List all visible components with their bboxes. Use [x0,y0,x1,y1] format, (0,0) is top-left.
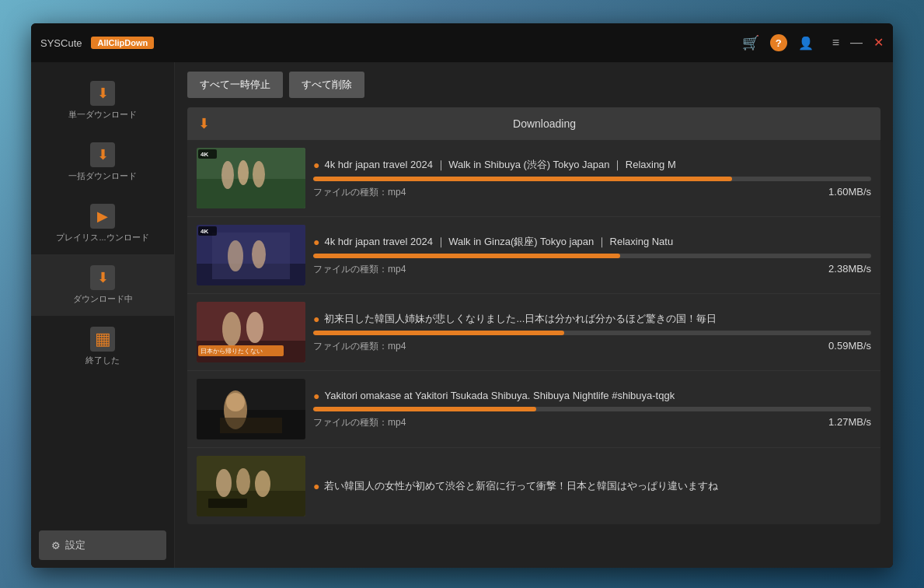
svg-rect-1 [197,179,305,208]
titlebar-left: SYSCute AllClipDown [40,37,154,49]
settings-button[interactable]: ⚙ 設定 [39,530,166,560]
sidebar-label-single: 単一ダウンロード [68,109,137,121]
svg-rect-23 [220,418,282,433]
titlebar-controls: ≡ — ✕ [832,37,884,49]
download-title-5: ● 若い韓国人の女性が初めて渋谷と新宿に行って衝撃！日本と韓国はやっぱり違います… [313,479,871,493]
progress-bar-1 [313,177,732,181]
download-item: 4K ● 4k hdr japan travel 2024 ｜ Walk in … [187,217,880,294]
download-info-5: ● 若い韓国人の女性が初めて渋谷と新宿に行って衝撃！日本と韓国はやっぱり違います… [313,479,871,493]
download-info-3: ● 初来日した韓国人姉妹が悲しくなりました...日本は分かれば分かるほど驚きの国… [313,312,871,353]
download-info-2: ● 4k hdr japan travel 2024 ｜ Walk in Gin… [313,235,871,276]
sidebar-item-downloading[interactable]: ⬇ ダウンロード中 [31,254,174,316]
main-window: SYSCute AllClipDown 🛒 ? 👤 ≡ — ✕ ⬇ 単一ダウンロ… [31,23,893,568]
thumbnail-1: 4K [197,148,305,208]
sidebar: ⬇ 単一ダウンロード ⬇ 一括ダウンロード ▶ プレイリス...ウンロード ⬇ … [31,62,175,568]
progress-bar-container-4 [313,407,871,411]
user-icon[interactable]: 👤 [798,36,814,51]
file-info-1: ファイルの種類：mp4 1.60MB/s [313,186,871,199]
pause-all-button[interactable]: すべて一時停止 [187,72,283,98]
titlebar-icons: 🛒 ? 👤 ≡ — ✕ [742,34,884,51]
sidebar-label-bulk: 一括ダウンロード [68,170,137,182]
sidebar-item-single-download[interactable]: ⬇ 単一ダウンロード [31,70,174,131]
thumbnail-4 [197,379,305,439]
download-list: 4K ● 4k hdr japan travel 2024 ｜ Walk in … [187,140,880,524]
speed-3: 0.59MB/s [828,340,871,353]
svg-point-29 [255,471,270,497]
downloading-icon: ⬇ [90,265,115,290]
menu-button[interactable]: ≡ [832,37,839,49]
svg-point-16 [222,312,241,346]
progress-bar-container-1 [313,177,871,181]
download-title-4: ● Yakitori omakase at Yakitori Tsukada S… [313,390,871,402]
file-info-2: ファイルの種類：mp4 2.38MB/s [313,263,871,276]
titlebar: SYSCute AllClipDown 🛒 ? 👤 ≡ — ✕ [31,23,893,62]
download-info-1: ● 4k hdr japan travel 2024 ｜ Walk in Shi… [313,158,871,199]
sidebar-label-playlist: プレイリス...ウンロード [56,232,148,243]
bulk-download-icon: ⬇ [90,142,115,167]
svg-point-3 [238,160,249,185]
app-name: SYSCute [40,37,82,49]
minimize-button[interactable]: — [850,37,863,49]
play-icon-3: ● [313,313,319,325]
file-type-3: ファイルの種類：mp4 [313,340,406,353]
section-title: Downloading [219,117,870,130]
speed-1: 1.60MB/s [828,186,871,199]
download-title-3: ● 初来日した韓国人姉妹が悲しくなりました...日本は分かれば分かるほど驚きの国… [313,312,871,326]
play-icon-5: ● [313,480,319,492]
sidebar-item-bulk-download[interactable]: ⬇ 一括ダウンロード [31,131,174,193]
download-item: 4K ● 4k hdr japan travel 2024 ｜ Walk in … [187,140,880,217]
settings-icon: ⚙ [51,540,61,551]
thumbnail-2: 4K [197,225,305,285]
download-section: ⬇ Downloading [175,107,893,568]
sidebar-item-completed[interactable]: ▦ 終了した [31,316,174,377]
section-header: ⬇ Downloading [187,107,880,140]
sidebar-settings: ⚙ 設定 [39,530,166,560]
thumb-svg-4 [197,379,305,439]
sidebar-label-completed: 終了した [85,355,120,366]
app-badge: AllClipDown [91,37,154,49]
thumb-svg-1: 4K [197,148,305,208]
progress-bar-4 [313,407,536,411]
svg-point-4 [253,161,265,187]
file-info-3: ファイルの種類：mp4 0.59MB/s [313,340,871,353]
cart-icon[interactable]: 🛒 [742,34,759,51]
main-content: すべて一時停止 すべて削除 ⬇ Downloading [175,62,893,568]
delete-all-button[interactable]: すべて削除 [289,72,364,98]
svg-point-10 [228,240,243,271]
close-button[interactable]: ✕ [873,37,884,49]
progress-bar-3 [313,331,564,335]
thumbnail-3: 日本から帰りたくない [197,302,305,362]
download-item: ● 若い韓国人の女性が初めて渋谷と新宿に行って衝撃！日本と韓国はやっぱり違います… [187,448,880,524]
play-icon-2: ● [313,236,319,248]
thumb-svg-5 [197,456,305,516]
svg-rect-30 [208,499,247,508]
download-item: ● Yakitori omakase at Yakitori Tsukada S… [187,371,880,448]
svg-point-2 [221,161,234,189]
settings-label: 設定 [65,538,85,552]
completed-icon: ▦ [90,327,115,352]
progress-bar-2 [313,254,620,258]
svg-rect-9 [212,233,290,279]
section-header-icon: ⬇ [198,115,210,132]
play-icon-4: ● [313,390,319,402]
svg-point-28 [236,468,250,495]
svg-point-24 [226,393,245,411]
thumbnail-5 [197,456,305,516]
svg-point-11 [252,240,266,268]
window-body: ⬇ 単一ダウンロード ⬇ 一括ダウンロード ▶ プレイリス...ウンロード ⬇ … [31,62,893,568]
file-info-4: ファイルの種類：mp4 1.27MB/s [313,416,871,429]
help-icon[interactable]: ? [770,34,787,51]
file-type-4: ファイルの種類：mp4 [313,416,406,429]
speed-2: 2.38MB/s [828,263,871,276]
thumb-svg-2: 4K [197,225,305,285]
playlist-icon: ▶ [90,204,115,229]
download-title-2: ● 4k hdr japan travel 2024 ｜ Walk in Gin… [313,235,871,249]
file-type-2: ファイルの種類：mp4 [313,263,406,276]
progress-bar-container-2 [313,254,871,258]
play-icon-1: ● [313,159,319,171]
sidebar-item-playlist-download[interactable]: ▶ プレイリス...ウンロード [31,193,174,254]
file-type-1: ファイルの種類：mp4 [313,186,406,199]
svg-text:日本から帰りたくない: 日本から帰りたくない [200,348,263,355]
download-item: 日本から帰りたくない ● 初来日した韓国人姉妹が悲しくなりました...日本は分か… [187,294,880,371]
progress-bar-container-3 [313,331,871,335]
